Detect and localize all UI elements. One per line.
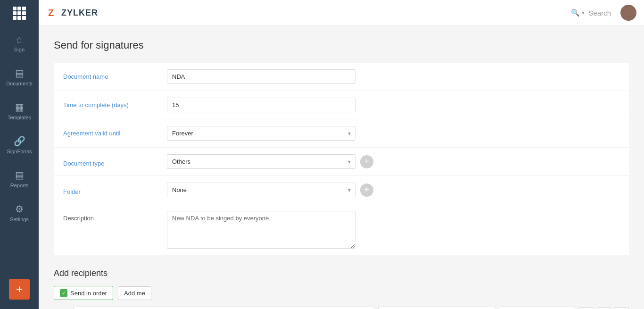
sidebar-item-documents-label: Documents	[6, 81, 33, 86]
folder-row: Folder None Contracts HR Docs ▾ +	[54, 176, 629, 204]
check-icon: ✓	[62, 290, 66, 296]
add-folder-button[interactable]: +	[360, 184, 373, 197]
send-in-order-label: Send in order	[70, 290, 107, 297]
sidebar-item-templates[interactable]: ▦ Templates	[0, 94, 39, 128]
time-complete-row: Time to complete (days)	[54, 91, 629, 119]
document-type-row: Document type Others NDA Contract Invoic…	[54, 148, 629, 176]
search-icon-wrap[interactable]: 🔍 ▾	[571, 8, 585, 17]
agreement-valid-row: Agreement valid until Forever 1 year 2 y…	[54, 119, 629, 148]
folder-select[interactable]: None Contracts HR Docs	[167, 183, 355, 197]
time-complete-label: Time to complete (days)	[63, 98, 167, 109]
recipient-row-1: ⠿ 1 Needs to sign Receives a copy In-per…	[54, 307, 629, 309]
recipients-actions: ✓ Send in order Add me	[54, 286, 629, 300]
description-row: Description New NDA to be singed by ever…	[54, 204, 629, 255]
time-complete-input[interactable]	[167, 98, 355, 112]
sidebar-item-reports[interactable]: ▤ Reports	[0, 162, 39, 196]
sidebar-item-sign-label: Sign	[14, 47, 25, 52]
sidebar: ⌂ Sign ▤ Documents ▦ Templates 🔗 SignFor…	[0, 0, 39, 309]
templates-icon: ▦	[15, 101, 24, 113]
reports-icon: ▤	[15, 169, 24, 181]
documents-icon: ▤	[15, 67, 24, 79]
sidebar-item-reports-label: Reports	[10, 183, 29, 188]
page-title: Send for signatures	[54, 39, 629, 51]
recipients-section-title: Add recipients	[54, 268, 629, 278]
sidebar-item-settings-label: Settings	[10, 217, 29, 222]
sidebar-item-signforms[interactable]: 🔗 SignForms	[0, 128, 39, 162]
sidebar-item-settings[interactable]: ⚙ Settings	[0, 196, 39, 230]
brand-logo: Z ZYLKER	[46, 6, 98, 19]
send-in-order-checkbox: ✓	[60, 289, 67, 297]
brand-name: ZYLKER	[61, 8, 98, 18]
agreement-valid-select[interactable]: Forever 1 year 2 years Custom	[167, 126, 355, 141]
recipient-email-1[interactable]	[74, 307, 374, 309]
recipient-role-select-1[interactable]: Needs to sign Receives a copy In-person …	[500, 307, 575, 309]
sidebar-item-documents[interactable]: ▤ Documents	[0, 60, 39, 94]
document-form: Document name Time to complete (days) Ag…	[54, 63, 629, 255]
sidebar-item-sign[interactable]: ⌂ Sign	[0, 26, 39, 60]
search-label[interactable]: Search	[588, 9, 611, 17]
brand-logo-icon: Z	[46, 6, 59, 19]
sidebar-item-templates-label: Templates	[8, 115, 31, 120]
user-avatar[interactable]	[620, 5, 636, 21]
recipient-card-icon-1[interactable]: ▤	[579, 307, 593, 309]
agreement-valid-label: Agreement valid until	[63, 126, 167, 137]
recipient-role-select-wrap-1: Needs to sign Receives a copy In-person …	[500, 307, 575, 309]
recipients-section: Add recipients ✓ Send in order Add me ⠿ …	[54, 268, 629, 309]
document-name-input[interactable]	[167, 69, 355, 84]
document-type-select-wrap: Others NDA Contract Invoice ▾	[167, 154, 355, 169]
sidebar-logo	[0, 0, 39, 26]
search-icon: 🔍	[571, 8, 580, 17]
settings-icon: ⚙	[15, 203, 24, 215]
main-content: Send for signatures Document name Time t…	[39, 26, 644, 309]
recipient-key-icon-1[interactable]: 🔑	[597, 307, 611, 309]
add-document-type-button[interactable]: +	[360, 155, 373, 168]
sign-icon: ⌂	[17, 34, 22, 45]
svg-text:Z: Z	[48, 8, 54, 18]
search-chevron-icon: ▾	[582, 10, 585, 16]
recipient-remove-button-1[interactable]: −	[615, 307, 629, 309]
add-me-button[interactable]: Add me	[118, 286, 151, 300]
document-type-select[interactable]: Others NDA Contract Invoice	[167, 154, 355, 169]
topbar: Z ZYLKER 🔍 ▾ Search	[39, 0, 644, 26]
description-input[interactable]: New NDA to be singed by everyone.	[167, 211, 355, 249]
apps-grid-icon[interactable]	[13, 7, 26, 20]
folder-label: Folder	[63, 184, 167, 195]
folder-select-wrap: None Contracts HR Docs ▾	[167, 183, 355, 197]
fab-add-button[interactable]: +	[9, 279, 30, 300]
sidebar-nav: ⌂ Sign ▤ Documents ▦ Templates 🔗 SignFor…	[0, 26, 39, 279]
search-area[interactable]: 🔍 ▾ Search	[571, 8, 611, 17]
signforms-icon: 🔗	[14, 135, 25, 147]
agreement-valid-select-wrap: Forever 1 year 2 years Custom ▾	[167, 126, 355, 141]
document-name-row: Document name	[54, 63, 629, 91]
recipient-name-1[interactable]	[378, 307, 496, 309]
document-type-label: Document type	[63, 156, 167, 167]
document-name-label: Document name	[63, 69, 167, 80]
sidebar-item-signforms-label: SignForms	[7, 149, 32, 154]
send-in-order-button[interactable]: ✓ Send in order	[54, 286, 113, 300]
description-label: Description	[63, 211, 167, 222]
